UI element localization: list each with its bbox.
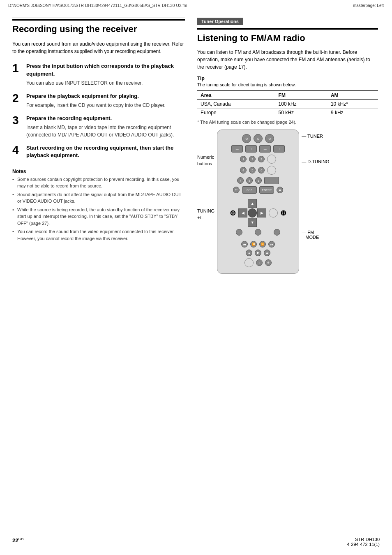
- dpad-left[interactable]: ◀: [238, 208, 247, 217]
- btn-minus[interactable]: —: [231, 145, 243, 153]
- enter-btn[interactable]: ENTER: [259, 186, 274, 194]
- numeric-buttons-label: Numericbuttons: [197, 154, 214, 167]
- fm-europe: 50 kHz: [275, 109, 327, 117]
- empty-btn-2: [267, 166, 276, 175]
- btn-plus-l[interactable]: +: [245, 145, 257, 153]
- num-8[interactable]: 8: [246, 177, 253, 184]
- dpad-center[interactable]: [248, 208, 257, 217]
- back-btn[interactable]: ↩: [233, 187, 240, 193]
- am-note: * The AM tuning scale can be changed (pa…: [197, 120, 378, 125]
- step-3-desc: Insert a blank MD, tape or video tape in…: [26, 124, 185, 139]
- note-item-1: Some sources contain copyright protectio…: [12, 176, 185, 190]
- plus-icon: ⊕: [230, 208, 236, 217]
- am-usa: 10 kHz*: [327, 100, 378, 109]
- right-intro-text: You can listen to FM and AM broadcasts t…: [197, 49, 378, 71]
- step-3: 3 Prepare the recording equipment. Inser…: [12, 115, 185, 139]
- left-section-title: Recording using the receiver: [12, 19, 185, 35]
- step-3-heading: Prepare the recording equipment.: [26, 115, 185, 122]
- small-btn-3[interactable]: [274, 229, 280, 236]
- back-btn-2[interactable]: ⏪: [250, 241, 257, 247]
- bottom-empty-1: [244, 258, 254, 267]
- fm-mode-btn[interactable]: ⊕: [265, 259, 272, 266]
- left-intro-text: You can record sound from an audio/video…: [12, 40, 185, 55]
- d-tuning-btn[interactable]: —: [264, 177, 279, 184]
- dtuning-right-label: — D.TUNING: [302, 159, 329, 164]
- rew-btn[interactable]: ⏮: [241, 241, 248, 247]
- step-4-heading: Start recording on the recording equipme…: [26, 144, 185, 159]
- dpad-right[interactable]: ▶: [257, 208, 266, 217]
- small-btn-1[interactable]: [236, 229, 242, 236]
- note-item-2: Sound adjustments do not affect the sign…: [12, 191, 185, 205]
- play-btn[interactable]: ▶: [255, 250, 261, 256]
- area-usa: USA, Canada: [197, 100, 275, 109]
- fm-mode-right-label: — FM MODE: [302, 230, 329, 240]
- num-3[interactable]: 3: [258, 156, 265, 162]
- btn-minus-r[interactable]: —: [259, 145, 271, 153]
- fwd-btn[interactable]: ⏩: [259, 241, 266, 247]
- dpad-down[interactable]: ▼: [248, 218, 257, 227]
- num-4[interactable]: 4: [240, 167, 247, 173]
- step-4: 4 Start recording on the recording equip…: [12, 144, 185, 161]
- tuner-ops-badge: Tuner Operations: [197, 18, 243, 25]
- table-row-europe: Europe 50 kHz 9 kHz: [197, 109, 378, 117]
- right-section-title: Listening to FM/AM radio: [197, 28, 378, 44]
- tip-label: Tip: [197, 76, 378, 81]
- ff-btn[interactable]: ⏭: [268, 241, 275, 247]
- remote-body: ⊙ ⊙ ⊙ — + — + 1 2 3: [217, 130, 299, 274]
- top-btn-2[interactable]: ⊙: [254, 134, 263, 143]
- am-europe: 9 kHz: [327, 109, 378, 117]
- note-item-3: While the source is being recorded, the …: [12, 206, 185, 227]
- notes-section: Notes Some sources contain copyright pro…: [12, 169, 185, 242]
- left-column: Recording using the receiver You can rec…: [12, 18, 185, 274]
- step-1: 1 Press the input button which correspon…: [12, 62, 185, 86]
- dpad: ▲ ◀ ▶ ▼: [238, 199, 266, 227]
- step-2: 2 Prepare the playback equipment for pla…: [12, 92, 185, 109]
- dpad-up[interactable]: ▲: [248, 199, 257, 208]
- num-7[interactable]: 7: [237, 177, 244, 184]
- step-1-desc: You can also use INPUT SELECTOR on the r…: [26, 79, 185, 87]
- num-5[interactable]: 5: [249, 167, 256, 173]
- step-4-number: 4: [12, 144, 22, 156]
- note-item-4: You can record the sound from the video …: [12, 228, 185, 242]
- right-circle-1: [269, 208, 278, 217]
- step-1-heading: Press the input button which corresponds…: [26, 62, 185, 77]
- top-btn-3[interactable]: ⊙: [265, 134, 274, 143]
- table-row-usa: USA, Canada 100 kHz 10 kHz*: [197, 100, 378, 109]
- zero-ten-btn[interactable]: 0/10: [242, 186, 257, 194]
- right-column: Tuner Operations Listening to FM/AM radi…: [197, 18, 378, 274]
- table-header-area: Area: [197, 91, 275, 100]
- page-footer: 22GB STR-DH130 4-294-472-11(1): [12, 537, 380, 547]
- pause-btn[interactable]: ⏸: [256, 259, 263, 266]
- step-1-number: 1: [12, 62, 22, 74]
- num-6[interactable]: 6: [258, 167, 265, 173]
- fm-usa: 100 kHz: [275, 100, 327, 109]
- num-9[interactable]: 9: [255, 177, 262, 184]
- next-track[interactable]: ⏭: [264, 250, 270, 256]
- mute-btn[interactable]: ■: [277, 187, 283, 193]
- small-btn-2[interactable]: [255, 229, 261, 236]
- table-header-am: AM: [327, 91, 378, 100]
- tuner-right-label: — TUNER: [302, 134, 329, 139]
- notes-list: Some sources contain copyright protectio…: [12, 176, 185, 242]
- area-europe: Europe: [197, 109, 275, 117]
- plus-icon-2: ⊕: [280, 208, 286, 217]
- step-2-number: 2: [12, 92, 22, 104]
- page-superscript: GB: [18, 537, 23, 541]
- btn-plus-r[interactable]: +: [273, 145, 285, 153]
- step-2-desc: For example, insert the CD you want to c…: [26, 102, 185, 109]
- model-number: 4-294-472-11(1): [347, 542, 380, 547]
- remote-diagram: Numericbuttons TUNING+/– ⊙ ⊙ ⊙ — + — +: [197, 130, 378, 274]
- top-btn-1[interactable]: ⊙: [242, 134, 251, 143]
- page-number: 22GB: [12, 537, 23, 547]
- prev-track[interactable]: ⏮: [246, 250, 252, 256]
- num-1[interactable]: 1: [240, 156, 247, 162]
- step-2-heading: Prepare the playback equipment for playi…: [26, 92, 185, 100]
- masterpage-label: masterpage: Left: [353, 3, 384, 8]
- num-2[interactable]: 2: [249, 156, 256, 162]
- tip-text: The tuning scale for direct tuning is sh…: [197, 82, 378, 87]
- empty-btn-1: [267, 155, 276, 164]
- product-info: STR-DH130 4-294-472-11(1): [347, 537, 380, 547]
- notes-title: Notes: [12, 169, 185, 174]
- table-header-fm: FM: [275, 91, 327, 100]
- step-3-number: 3: [12, 115, 22, 126]
